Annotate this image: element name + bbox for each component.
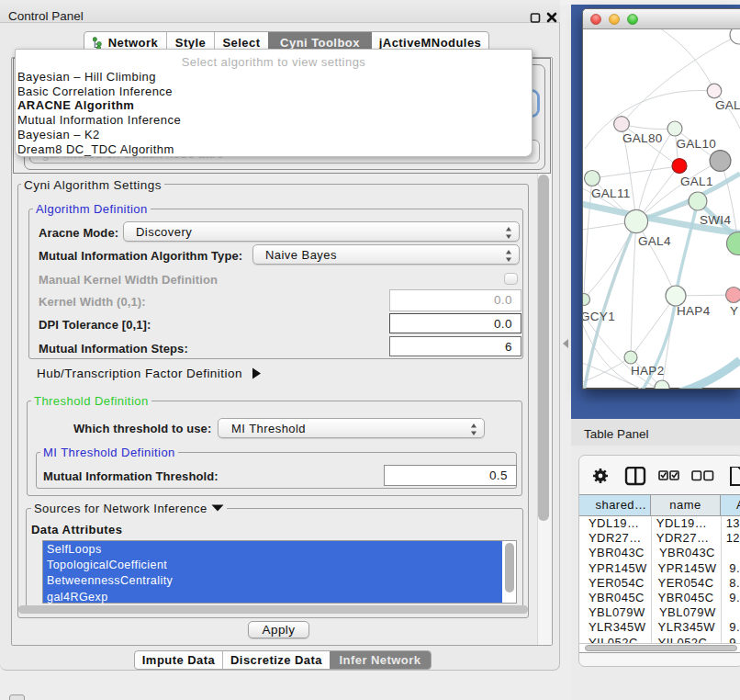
svg-text:GAL11: GAL11 [591,186,631,200]
svg-text:GAL7: GAL7 [715,98,740,112]
svg-text:GAL80: GAL80 [622,131,663,145]
svg-text:SWI4: SWI4 [700,213,731,227]
svg-text:GCY1: GCY1 [583,310,615,323]
svg-text:GAL1: GAL1 [680,175,713,188]
svg-text:GAL10: GAL10 [677,137,717,151]
svg-text:HAP4: HAP4 [677,304,711,318]
svg-text:Y: Y [730,304,738,318]
svg-text:HAP2: HAP2 [631,364,664,378]
svg-text:GAL4: GAL4 [638,234,671,248]
